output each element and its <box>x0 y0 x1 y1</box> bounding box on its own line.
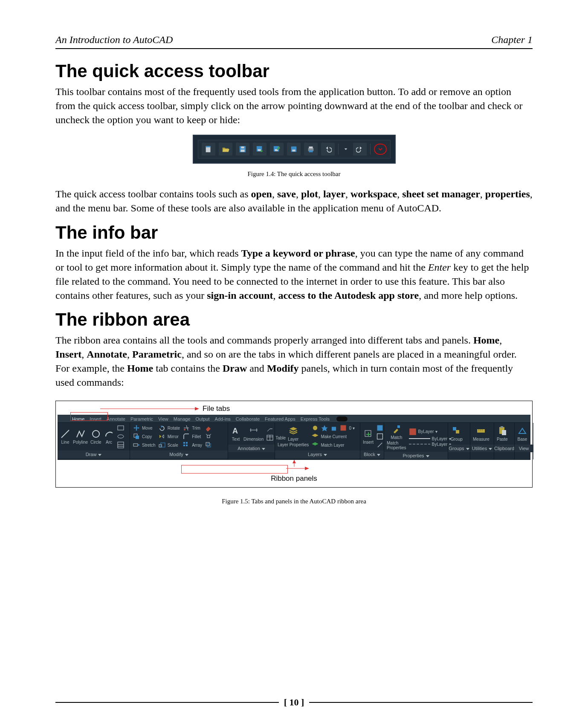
qat-tools-para: The quick access toolbar contains tools … <box>55 187 533 215</box>
fillet-tool[interactable]: Fillet <box>182 433 202 440</box>
rectangle-tool[interactable] <box>117 424 125 432</box>
block-create-icon[interactable] <box>376 424 384 432</box>
panel-name-groups[interactable]: Groups <box>448 445 470 452</box>
open-web-icon[interactable] <box>270 143 284 156</box>
svg-rect-1 <box>206 146 210 147</box>
svg-rect-24 <box>136 436 139 439</box>
lineweight-control[interactable]: ByLayer ▾ <box>409 436 452 441</box>
tab-manage[interactable]: Manage <box>174 416 191 422</box>
section-heading-infobar: The info bar <box>55 222 533 243</box>
svg-rect-52 <box>409 428 416 435</box>
svg-rect-3 <box>240 150 244 152</box>
save-web-icon[interactable] <box>287 143 301 156</box>
polyline-tool[interactable]: Polyline <box>73 429 88 445</box>
featured-toggle-icon[interactable] <box>336 416 348 422</box>
base-view-tool[interactable]: Base <box>517 426 527 442</box>
qat-customize-dropdown[interactable] <box>374 144 387 155</box>
ellipse-tool[interactable] <box>117 433 125 440</box>
svg-rect-63 <box>502 430 506 435</box>
svg-rect-25 <box>133 444 138 446</box>
make-current-tool[interactable]: Make Current <box>311 433 357 440</box>
tab-parametric[interactable]: Parametric <box>130 416 153 422</box>
erase-tool[interactable] <box>205 424 212 432</box>
tab-express-tools[interactable]: Express Tools <box>301 416 330 422</box>
callout-ribbon-panels <box>181 465 288 474</box>
array-tool[interactable]: Array <box>182 441 202 449</box>
svg-rect-49 <box>377 425 383 431</box>
arc-tool[interactable]: Arc <box>104 429 114 445</box>
saveas-icon[interactable] <box>253 143 266 156</box>
panel-properties: MatchMatch Properties ByLayer ▾ ByLayer … <box>384 423 448 459</box>
block-edit-icon[interactable] <box>376 433 384 440</box>
page-number: [ 10 ] <box>284 697 304 708</box>
ribbon-panels: Line Polyline Circle Arc Draw <box>58 422 530 460</box>
group-tool[interactable]: Group <box>451 426 463 442</box>
tab-output[interactable]: Output <box>196 416 210 422</box>
stretch-tool[interactable]: Stretch <box>133 441 156 449</box>
page-footer: [ 10 ] <box>55 697 533 708</box>
line-tool[interactable]: Line <box>60 429 70 445</box>
panel-name-layers[interactable]: Layers <box>275 451 360 458</box>
panel-annotation: AText Dimension Table Annotation <box>228 423 275 459</box>
panel-name-utilities[interactable]: Utilities <box>470 445 494 452</box>
undo-icon[interactable] <box>321 143 335 156</box>
svg-rect-13 <box>309 150 313 153</box>
svg-marker-15 <box>195 407 199 410</box>
panel-name-properties[interactable]: Properties <box>384 452 448 459</box>
linetype-control[interactable]: ByLayer ▾ <box>409 442 452 447</box>
ribbon-para: The ribbon area contains all the tools a… <box>55 333 533 390</box>
hatch-tool[interactable] <box>117 441 125 449</box>
text-tool[interactable]: AText <box>231 426 241 442</box>
panel-name-block[interactable]: Block <box>360 451 384 458</box>
scale-tool[interactable]: Scale <box>158 441 180 449</box>
panel-modify: Move Copy Stretch Rotate Mirror Scale Tr… <box>130 423 228 459</box>
panel-name-draw[interactable]: Draw <box>58 451 130 458</box>
match-layer-tool[interactable]: Match Layer <box>311 441 357 449</box>
tab-view[interactable]: View <box>158 416 168 422</box>
offset-tool[interactable] <box>205 441 212 449</box>
mirror-tool[interactable]: Mirror <box>158 433 180 440</box>
layer-properties-tool[interactable]: LayerLayer Properties <box>278 426 309 447</box>
tab-featured-apps[interactable]: Featured Apps <box>265 416 295 422</box>
open-icon[interactable] <box>219 143 232 156</box>
match-properties-tool[interactable]: MatchMatch Properties <box>387 424 406 450</box>
tab-addins[interactable]: Add-ins <box>215 416 231 422</box>
redo-icon[interactable] <box>353 143 367 156</box>
dimension-tool[interactable]: Dimension <box>243 426 264 442</box>
svg-rect-31 <box>183 445 185 446</box>
color-control[interactable]: ByLayer ▾ <box>409 428 452 436</box>
svg-rect-62 <box>501 426 503 428</box>
svg-rect-56 <box>456 430 459 433</box>
svg-rect-12 <box>309 147 313 149</box>
insert-block-tool[interactable]: Insert <box>363 429 374 445</box>
block-attr-icon[interactable] <box>376 441 384 449</box>
svg-point-19 <box>118 435 124 438</box>
layer-state-row[interactable]: 0 ▾ <box>311 424 357 432</box>
copy-tool[interactable]: Copy <box>133 433 156 440</box>
plot-icon[interactable] <box>304 143 318 156</box>
panel-name-annotation[interactable]: Annotation <box>228 445 275 452</box>
tab-annotate[interactable]: Annotate <box>107 416 125 422</box>
svg-rect-57 <box>477 429 485 433</box>
new-icon[interactable] <box>202 143 215 156</box>
measure-tool[interactable]: Measure <box>473 426 490 442</box>
svg-rect-26 <box>159 445 162 447</box>
book-title: An Introduction to AutoCAD <box>55 34 173 46</box>
panel-name-modify[interactable]: Modify <box>130 451 228 458</box>
paste-tool[interactable]: Paste <box>497 426 508 442</box>
tab-collaborate[interactable]: Collaborate <box>236 416 260 422</box>
panel-name-clipboard[interactable]: Clipboard <box>494 445 514 452</box>
ribbon-tabs: Home Insert Annotate Parametric View Man… <box>58 415 530 422</box>
svg-rect-47 <box>341 425 346 431</box>
trim-tool[interactable]: Trim <box>182 424 202 432</box>
circle-tool[interactable]: Circle <box>90 429 101 445</box>
panel-name-view[interactable]: View <box>515 445 533 452</box>
explode-tool[interactable] <box>205 433 212 440</box>
move-tool[interactable]: Move <box>133 424 156 432</box>
callout-file-tabs <box>70 412 108 421</box>
undo-dropdown-icon[interactable] <box>342 143 350 156</box>
panel-layers: LayerLayer Properties 0 ▾ Make Current M… <box>275 423 360 459</box>
rotate-tool[interactable]: Rotate <box>158 424 180 432</box>
svg-line-34 <box>206 434 207 435</box>
save-icon[interactable] <box>236 143 249 156</box>
